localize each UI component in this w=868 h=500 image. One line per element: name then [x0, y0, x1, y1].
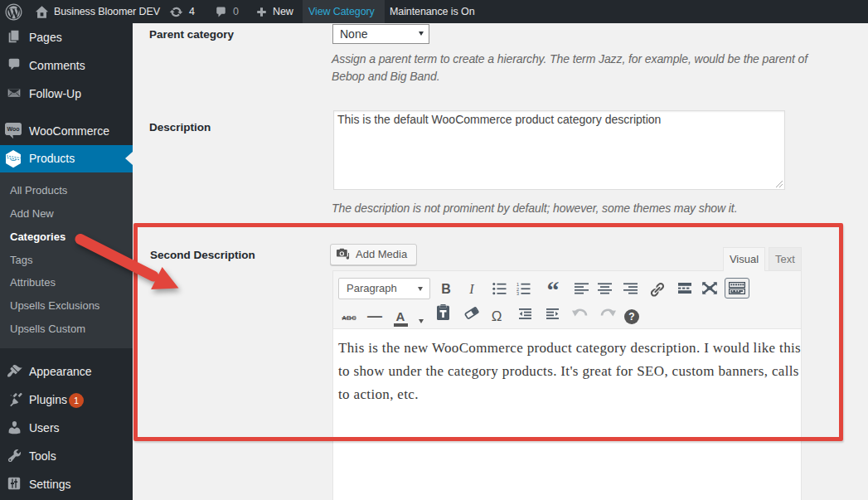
svg-text:Woo: Woo — [7, 126, 19, 132]
